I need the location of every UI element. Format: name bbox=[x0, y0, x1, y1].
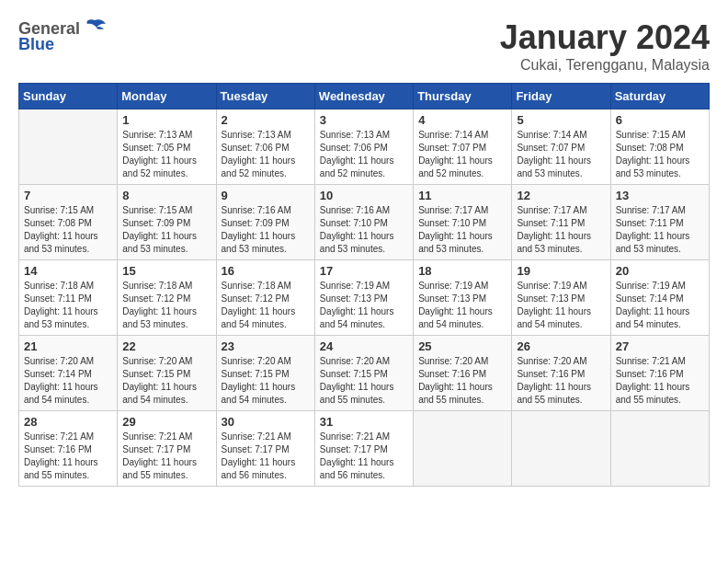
day-info: Sunrise: 7:18 AM Sunset: 7:11 PM Dayligh… bbox=[24, 280, 112, 331]
calendar-day-cell: 17Sunrise: 7:19 AM Sunset: 7:13 PM Dayli… bbox=[314, 260, 413, 336]
calendar-week-row: 1Sunrise: 7:13 AM Sunset: 7:05 PM Daylig… bbox=[19, 109, 710, 185]
day-info: Sunrise: 7:16 AM Sunset: 7:10 PM Dayligh… bbox=[320, 204, 408, 256]
calendar-day-cell: 5Sunrise: 7:14 AM Sunset: 7:07 PM Daylig… bbox=[512, 109, 610, 185]
day-of-week-header: Thursday bbox=[414, 84, 512, 109]
day-number: 3 bbox=[320, 113, 408, 127]
calendar-day-cell: 4Sunrise: 7:14 AM Sunset: 7:07 PM Daylig… bbox=[414, 109, 512, 185]
day-number: 21 bbox=[24, 339, 112, 353]
calendar-day-cell: 21Sunrise: 7:20 AM Sunset: 7:14 PM Dayli… bbox=[19, 336, 118, 411]
calendar-day-cell: 10Sunrise: 7:16 AM Sunset: 7:10 PM Dayli… bbox=[314, 185, 413, 260]
logo-blue-text: Blue bbox=[18, 35, 54, 54]
day-of-week-header: Sunday bbox=[19, 84, 118, 109]
day-number: 17 bbox=[320, 264, 408, 278]
day-info: Sunrise: 7:17 AM Sunset: 7:11 PM Dayligh… bbox=[616, 204, 704, 256]
day-info: Sunrise: 7:19 AM Sunset: 7:13 PM Dayligh… bbox=[517, 280, 605, 331]
day-number: 30 bbox=[222, 415, 310, 429]
calendar-day-cell: 29Sunrise: 7:21 AM Sunset: 7:17 PM Dayli… bbox=[118, 411, 216, 487]
day-info: Sunrise: 7:20 AM Sunset: 7:14 PM Dayligh… bbox=[24, 355, 112, 407]
day-number: 24 bbox=[320, 339, 408, 353]
calendar-day-cell: 15Sunrise: 7:18 AM Sunset: 7:12 PM Dayli… bbox=[118, 260, 216, 336]
day-info: Sunrise: 7:21 AM Sunset: 7:16 PM Dayligh… bbox=[24, 431, 112, 482]
day-number: 1 bbox=[122, 113, 210, 127]
day-number: 19 bbox=[517, 264, 605, 278]
day-number: 12 bbox=[517, 189, 605, 202]
logo: General Blue bbox=[18, 18, 108, 54]
day-number: 15 bbox=[122, 264, 210, 278]
calendar-day-cell: 30Sunrise: 7:21 AM Sunset: 7:17 PM Dayli… bbox=[216, 411, 314, 487]
day-info: Sunrise: 7:15 AM Sunset: 7:09 PM Dayligh… bbox=[122, 204, 210, 256]
month-title: January 2024 bbox=[500, 18, 710, 57]
day-info: Sunrise: 7:13 AM Sunset: 7:06 PM Dayligh… bbox=[222, 129, 310, 180]
calendar-day-cell: 18Sunrise: 7:19 AM Sunset: 7:13 PM Dayli… bbox=[414, 260, 512, 336]
calendar-day-cell: 25Sunrise: 7:20 AM Sunset: 7:16 PM Dayli… bbox=[414, 336, 512, 411]
day-number: 18 bbox=[418, 264, 506, 278]
calendar-week-row: 7Sunrise: 7:15 AM Sunset: 7:08 PM Daylig… bbox=[19, 185, 710, 260]
day-number: 28 bbox=[24, 415, 112, 429]
day-info: Sunrise: 7:13 AM Sunset: 7:06 PM Dayligh… bbox=[320, 129, 408, 180]
day-info: Sunrise: 7:19 AM Sunset: 7:14 PM Dayligh… bbox=[616, 280, 704, 331]
calendar-week-row: 28Sunrise: 7:21 AM Sunset: 7:16 PM Dayli… bbox=[19, 411, 710, 487]
day-info: Sunrise: 7:20 AM Sunset: 7:15 PM Dayligh… bbox=[320, 355, 408, 407]
day-info: Sunrise: 7:21 AM Sunset: 7:17 PM Dayligh… bbox=[222, 431, 310, 482]
day-number: 11 bbox=[418, 189, 506, 202]
calendar-day-cell bbox=[19, 109, 118, 185]
day-number: 7 bbox=[24, 189, 112, 202]
day-number: 22 bbox=[122, 339, 210, 353]
calendar-day-cell: 31Sunrise: 7:21 AM Sunset: 7:17 PM Dayli… bbox=[314, 411, 413, 487]
calendar-day-cell: 22Sunrise: 7:20 AM Sunset: 7:15 PM Dayli… bbox=[118, 336, 216, 411]
calendar-day-cell: 26Sunrise: 7:20 AM Sunset: 7:16 PM Dayli… bbox=[512, 336, 610, 411]
day-info: Sunrise: 7:15 AM Sunset: 7:08 PM Dayligh… bbox=[616, 129, 704, 180]
calendar-week-row: 14Sunrise: 7:18 AM Sunset: 7:11 PM Dayli… bbox=[19, 260, 710, 336]
day-info: Sunrise: 7:14 AM Sunset: 7:07 PM Dayligh… bbox=[517, 129, 605, 180]
calendar-day-cell: 19Sunrise: 7:19 AM Sunset: 7:13 PM Dayli… bbox=[512, 260, 610, 336]
calendar-day-cell: 14Sunrise: 7:18 AM Sunset: 7:11 PM Dayli… bbox=[19, 260, 118, 336]
calendar-day-cell: 2Sunrise: 7:13 AM Sunset: 7:06 PM Daylig… bbox=[216, 109, 314, 185]
day-info: Sunrise: 7:21 AM Sunset: 7:17 PM Dayligh… bbox=[122, 431, 210, 482]
day-info: Sunrise: 7:18 AM Sunset: 7:12 PM Dayligh… bbox=[122, 280, 210, 331]
page-header: General Blue January 2024 Cukai, Terengg… bbox=[18, 18, 710, 74]
calendar-day-cell: 3Sunrise: 7:13 AM Sunset: 7:06 PM Daylig… bbox=[314, 109, 413, 185]
day-info: Sunrise: 7:21 AM Sunset: 7:17 PM Dayligh… bbox=[320, 431, 408, 482]
day-number: 16 bbox=[222, 264, 310, 278]
day-number: 10 bbox=[320, 189, 408, 202]
day-of-week-header: Wednesday bbox=[314, 84, 413, 109]
calendar-day-cell: 9Sunrise: 7:16 AM Sunset: 7:09 PM Daylig… bbox=[216, 185, 314, 260]
day-info: Sunrise: 7:16 AM Sunset: 7:09 PM Dayligh… bbox=[222, 204, 310, 256]
day-number: 23 bbox=[222, 339, 310, 353]
day-info: Sunrise: 7:17 AM Sunset: 7:11 PM Dayligh… bbox=[517, 204, 605, 256]
day-of-week-header: Monday bbox=[118, 84, 216, 109]
day-number: 25 bbox=[418, 339, 506, 353]
day-info: Sunrise: 7:20 AM Sunset: 7:15 PM Dayligh… bbox=[222, 355, 310, 407]
day-info: Sunrise: 7:20 AM Sunset: 7:15 PM Dayligh… bbox=[122, 355, 210, 407]
day-number: 6 bbox=[616, 113, 704, 127]
calendar-day-cell: 1Sunrise: 7:13 AM Sunset: 7:05 PM Daylig… bbox=[118, 109, 216, 185]
day-info: Sunrise: 7:19 AM Sunset: 7:13 PM Dayligh… bbox=[320, 280, 408, 331]
day-info: Sunrise: 7:19 AM Sunset: 7:13 PM Dayligh… bbox=[418, 280, 506, 331]
title-block: January 2024 Cukai, Terengganu, Malaysia bbox=[500, 18, 710, 74]
calendar-day-cell: 23Sunrise: 7:20 AM Sunset: 7:15 PM Dayli… bbox=[216, 336, 314, 411]
day-info: Sunrise: 7:13 AM Sunset: 7:05 PM Dayligh… bbox=[122, 129, 210, 180]
calendar-header-row: SundayMondayTuesdayWednesdayThursdayFrid… bbox=[19, 84, 710, 109]
day-number: 31 bbox=[320, 415, 408, 429]
day-info: Sunrise: 7:18 AM Sunset: 7:12 PM Dayligh… bbox=[222, 280, 310, 331]
calendar-day-cell: 12Sunrise: 7:17 AM Sunset: 7:11 PM Dayli… bbox=[512, 185, 610, 260]
calendar-day-cell: 28Sunrise: 7:21 AM Sunset: 7:16 PM Dayli… bbox=[19, 411, 118, 487]
day-number: 8 bbox=[122, 189, 210, 202]
day-info: Sunrise: 7:21 AM Sunset: 7:16 PM Dayligh… bbox=[616, 355, 704, 407]
calendar-day-cell: 13Sunrise: 7:17 AM Sunset: 7:11 PM Dayli… bbox=[610, 185, 709, 260]
day-number: 5 bbox=[517, 113, 605, 127]
calendar-day-cell: 6Sunrise: 7:15 AM Sunset: 7:08 PM Daylig… bbox=[610, 109, 709, 185]
day-info: Sunrise: 7:20 AM Sunset: 7:16 PM Dayligh… bbox=[418, 355, 506, 407]
calendar-table: SundayMondayTuesdayWednesdayThursdayFrid… bbox=[18, 83, 710, 487]
calendar-day-cell bbox=[512, 411, 610, 487]
calendar-day-cell: 8Sunrise: 7:15 AM Sunset: 7:09 PM Daylig… bbox=[118, 185, 216, 260]
day-number: 27 bbox=[616, 339, 704, 353]
calendar-day-cell bbox=[610, 411, 709, 487]
day-info: Sunrise: 7:17 AM Sunset: 7:10 PM Dayligh… bbox=[418, 204, 506, 256]
day-number: 9 bbox=[222, 189, 310, 202]
day-number: 29 bbox=[122, 415, 210, 429]
day-of-week-header: Saturday bbox=[610, 84, 709, 109]
day-info: Sunrise: 7:20 AM Sunset: 7:16 PM Dayligh… bbox=[517, 355, 605, 407]
day-info: Sunrise: 7:14 AM Sunset: 7:07 PM Dayligh… bbox=[418, 129, 506, 180]
calendar-day-cell: 16Sunrise: 7:18 AM Sunset: 7:12 PM Dayli… bbox=[216, 260, 314, 336]
